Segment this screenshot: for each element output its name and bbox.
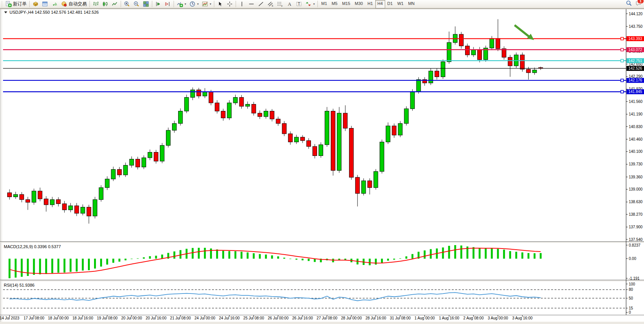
indicators-button[interactable]: ▾	[175, 0, 188, 8]
auto-scroll-button[interactable]	[153, 0, 163, 8]
timeframe-m5-button[interactable]: M5	[329, 0, 340, 8]
chevron-down-icon[interactable]: ▾	[197, 2, 199, 6]
timeframe-m15-button[interactable]: M15	[340, 0, 352, 8]
zoom-in-button[interactable]	[122, 0, 132, 8]
signals-button[interactable]	[50, 0, 59, 8]
timeframe-h4-button[interactable]: H4	[375, 0, 385, 8]
bar-chart-icon	[92, 1, 99, 7]
rsi-axis-label: 0	[629, 310, 631, 314]
price-tick-label: 141.560	[629, 99, 643, 104]
text-button[interactable]: A	[285, 0, 294, 8]
zoom-in-icon	[124, 1, 130, 7]
price-tick-label: 140.460	[629, 137, 643, 141]
zoom-out-button[interactable]	[132, 0, 141, 8]
vertical-line-button[interactable]	[237, 0, 247, 8]
candle-chart-button[interactable]	[100, 0, 110, 8]
tile-windows-button[interactable]	[141, 0, 151, 8]
periods-button[interactable]: ▾	[188, 0, 200, 8]
price-tick-label: 143.750	[629, 24, 643, 29]
main-macd-splitter[interactable]	[0, 241, 644, 242]
chevron-down-icon[interactable]: ▾	[313, 2, 315, 6]
horizontal-line-button[interactable]	[247, 0, 256, 8]
trendline-icon	[258, 1, 264, 7]
chart-background	[0, 8, 644, 324]
toolbar-separator	[236, 1, 236, 7]
timeframe-d1-button[interactable]: D1	[385, 0, 395, 8]
line-chart-button[interactable]	[110, 0, 120, 8]
toolbar-separator	[214, 1, 214, 7]
notification-badge: 1	[637, 0, 644, 4]
macd-axis-label: 0.8237	[629, 243, 641, 247]
time-label: 25 Jul 08:00	[243, 316, 264, 320]
window-left-border-inner	[2, 9, 2, 322]
auto-scroll-icon	[155, 1, 161, 7]
line-handle	[621, 90, 623, 93]
time-label: 26 Jul 16:00	[292, 316, 313, 320]
market-watch-button[interactable]	[31, 0, 40, 8]
autotrading-button[interactable]: 自动交易	[59, 0, 88, 8]
equidistant-channel-button[interactable]: E	[266, 0, 275, 8]
toolbar-separator	[29, 1, 30, 7]
candle	[93, 197, 97, 218]
candle	[160, 143, 164, 163]
new-order-button[interactable]: 新订单	[4, 0, 28, 8]
window-bottom-edge	[0, 322, 644, 324]
price-tick-label: 139.000	[629, 187, 643, 191]
chart-title: USDJPY-,H4 142.550 142.576 142.481 142.5…	[10, 10, 99, 14]
price-tick-label: 140.100	[629, 149, 643, 154]
timeframe-m1-button[interactable]: M1	[319, 0, 329, 8]
trendline-button[interactable]	[256, 0, 266, 8]
indicators-icon	[177, 1, 183, 7]
fibonacci-button[interactable]: F	[275, 0, 285, 8]
time-label: 19 Jul 08:00	[97, 316, 118, 320]
line-price-label: 143.393	[628, 37, 642, 41]
time-label: 20 Jul 16:00	[146, 316, 167, 320]
candle	[380, 140, 384, 173]
shapes-icon	[305, 1, 312, 7]
chevron-down-icon[interactable]: ▾	[185, 2, 186, 6]
navigator-button[interactable]	[40, 0, 50, 8]
line-handle	[621, 48, 623, 51]
rsi-axis-label: 15	[629, 306, 633, 310]
bar-chart-button[interactable]	[91, 0, 100, 8]
candle	[185, 95, 189, 113]
timeframe-m30-button[interactable]: M30	[352, 0, 365, 8]
text-label-button[interactable]: T	[294, 0, 304, 8]
timeframe-w1-button[interactable]: W1	[395, 0, 406, 8]
macd-rsi-splitter-groove	[0, 281, 644, 281]
time-label: 28 Jul 16:00	[365, 316, 386, 320]
navigator-icon	[42, 1, 48, 7]
window-top-border	[0, 8, 644, 9]
templates-button[interactable]: ▾	[200, 0, 213, 8]
cursor-button[interactable]	[215, 0, 225, 8]
candle	[32, 189, 36, 205]
time-label: 26 Jul 00:00	[268, 316, 289, 320]
chart-shift-button[interactable]	[163, 0, 172, 8]
candle	[484, 46, 488, 62]
candle	[99, 185, 103, 202]
candle	[179, 108, 183, 125]
notifications-button[interactable]: 1	[635, 0, 642, 8]
svg-text:E: E	[272, 5, 273, 7]
time-label: 31 Jul 08:00	[390, 316, 411, 320]
price-tick-label: 137.540	[629, 237, 643, 242]
cursor-icon	[217, 1, 223, 7]
candle	[319, 142, 323, 157]
window-left-border	[0, 9, 0, 322]
macd-rsi-splitter[interactable]	[0, 280, 644, 280]
candle	[416, 77, 421, 93]
signals-icon	[51, 1, 58, 7]
timeframe-h1-button[interactable]: H1	[365, 0, 375, 8]
toolbar-separator	[121, 1, 121, 7]
candle	[410, 89, 414, 111]
arrows-button[interactable]: ▾	[304, 0, 316, 8]
time-label: 3 Aug 16:00	[512, 316, 533, 320]
candle	[386, 122, 390, 144]
svg-text:F: F	[281, 5, 283, 7]
search-icon[interactable]	[626, 0, 632, 8]
crosshair-button[interactable]	[225, 0, 234, 8]
toolbar-separator	[89, 1, 90, 7]
macd-axis-label: 0.00	[629, 257, 636, 261]
timeframe-mn-button[interactable]: MN	[406, 0, 417, 8]
chevron-down-icon[interactable]: ▾	[210, 2, 211, 6]
